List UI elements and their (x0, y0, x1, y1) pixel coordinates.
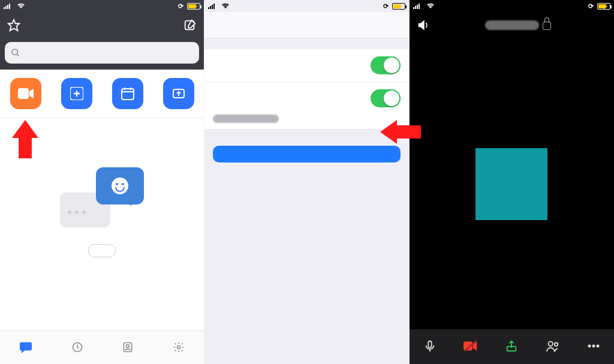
svg-rect-3 (9, 4, 10, 9)
battery-icon: ⚡ (187, 3, 200, 10)
redacted-meeting-id (485, 20, 539, 30)
search-icon (11, 48, 20, 58)
wifi-icon (17, 3, 25, 9)
participant-avatar (475, 148, 547, 220)
tab-contacts[interactable] (122, 341, 134, 354)
contacts-icon (122, 341, 134, 353)
svg-rect-22 (208, 7, 209, 9)
more-icon (586, 343, 601, 349)
clock-icon (71, 341, 83, 353)
phone-start-meeting-screen: ⟳ ⚡ (204, 0, 409, 364)
svg-rect-27 (415, 6, 416, 9)
schedule-button[interactable] (103, 78, 152, 113)
settings-list (204, 49, 408, 129)
svg-rect-0 (4, 7, 5, 9)
svg-rect-29 (419, 4, 420, 9)
svg-point-39 (588, 345, 591, 348)
svg-rect-24 (212, 5, 213, 9)
svg-rect-13 (122, 89, 134, 100)
start-meeting-button[interactable] (213, 146, 400, 163)
status-bar: ⟳ ⚡ (204, 0, 408, 12)
chat-icon (19, 341, 32, 353)
bottom-tab-bar (0, 330, 204, 364)
svg-rect-2 (7, 5, 8, 9)
wifi-icon (221, 3, 230, 9)
svg-rect-1 (5, 6, 7, 9)
annotation-arrow-up (12, 107, 38, 138)
svg-point-37 (548, 342, 552, 346)
gear-icon (173, 341, 185, 353)
svg-marker-30 (419, 21, 423, 29)
modal-header (204, 12, 408, 38)
svg-marker-9 (29, 89, 34, 98)
plus-icon (70, 87, 83, 100)
chat-illustration (60, 167, 144, 227)
use-pmi-toggle[interactable] (371, 89, 401, 107)
battery-icon: ⚡ (392, 3, 405, 10)
redacted-pmi (213, 115, 279, 123)
svg-rect-26 (413, 7, 414, 9)
video-on-row (204, 49, 408, 82)
svg-rect-31 (428, 341, 432, 348)
mute-button[interactable] (411, 339, 449, 354)
battery-icon: ⚡ (597, 3, 610, 10)
annotation-arrow-left (368, 120, 421, 144)
svg-point-6 (12, 49, 17, 55)
mic-icon (423, 339, 437, 353)
calendar-icon (121, 86, 135, 101)
wifi-icon (426, 3, 435, 9)
svg-rect-25 (213, 4, 215, 9)
signal-icon (208, 3, 216, 9)
meeting-toolbar (410, 329, 614, 364)
join-button[interactable] (52, 78, 101, 113)
compose-icon[interactable] (183, 19, 197, 32)
add-contacts-button[interactable] (88, 244, 116, 257)
tab-settings[interactable] (173, 341, 185, 354)
status-bar: ⟳ ⚡ (410, 0, 614, 12)
use-pmi-row (204, 82, 408, 115)
share-icon (505, 339, 518, 353)
share-screen-button[interactable] (154, 78, 203, 113)
meeting-top-bar (410, 12, 614, 38)
phone-home-screen: ⟳ ⚡ (0, 0, 204, 364)
participants-button[interactable] (534, 339, 572, 354)
svg-point-40 (592, 345, 595, 348)
participants-icon (546, 339, 560, 353)
svg-point-20 (127, 344, 130, 347)
favorite-icon[interactable] (7, 19, 20, 32)
svg-point-21 (177, 345, 180, 348)
speaker-icon[interactable] (417, 19, 430, 31)
more-button[interactable] (574, 343, 613, 350)
share-content-button[interactable] (492, 339, 531, 354)
start-video-button[interactable] (452, 340, 490, 353)
phone-in-meeting-screen: ⟳ ⚡ (410, 0, 614, 364)
svg-point-38 (554, 342, 558, 346)
svg-line-7 (17, 54, 19, 56)
status-bar: ⟳ ⚡ (0, 0, 204, 12)
svg-point-41 (596, 345, 599, 348)
video-on-toggle[interactable] (371, 56, 401, 74)
signal-icon (413, 3, 422, 9)
search-input[interactable] (5, 42, 199, 64)
video-off-icon (463, 340, 478, 352)
video-icon (18, 88, 34, 99)
video-area[interactable] (410, 38, 614, 329)
svg-rect-8 (18, 88, 29, 99)
svg-rect-23 (210, 6, 211, 9)
tab-meetings[interactable] (71, 341, 83, 354)
lock-icon (543, 22, 551, 30)
upload-icon (171, 86, 186, 101)
tab-chat[interactable] (19, 341, 32, 354)
svg-rect-28 (417, 5, 418, 9)
svg-marker-4 (8, 20, 19, 31)
signal-icon (4, 3, 12, 9)
